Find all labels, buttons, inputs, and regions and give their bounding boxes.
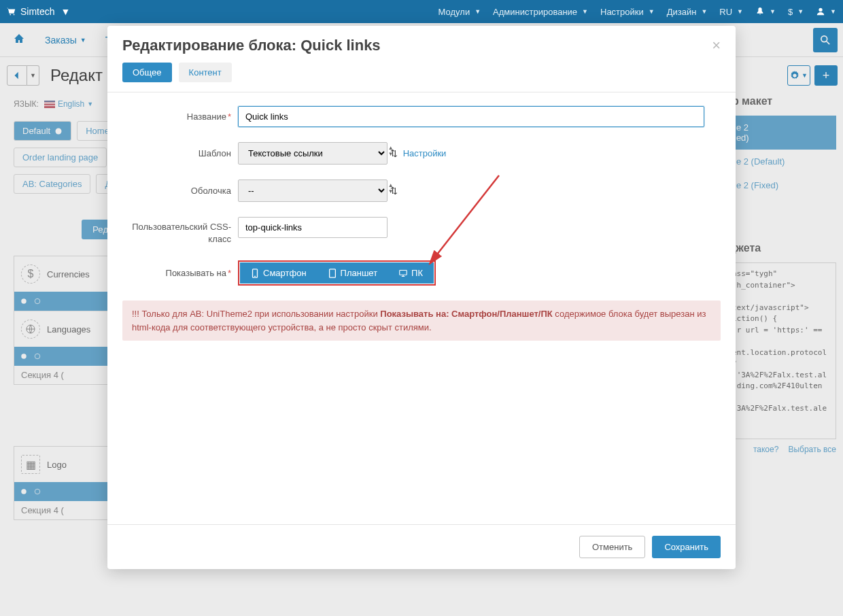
brand-name: Simtech	[20, 6, 55, 17]
annotation-arrow	[424, 172, 506, 274]
svg-line-16	[430, 175, 499, 264]
nav-admin[interactable]: Администрирование▼	[493, 7, 588, 17]
svg-rect-15	[400, 270, 407, 275]
name-label: Название*	[122, 112, 238, 122]
modal-close-button[interactable]: ×	[712, 37, 721, 54]
top-navbar: Simtech ▼ Модули▼ Администрирование▼ Нас…	[0, 0, 843, 23]
show-on-label: Показывать на*	[122, 268, 238, 278]
nav-user[interactable]: ▼	[816, 7, 836, 16]
desktop-icon	[399, 269, 407, 278]
cart-icon	[7, 7, 16, 16]
cancel-button[interactable]: Отменить	[579, 536, 645, 558]
svg-rect-14	[329, 269, 335, 277]
tab-content[interactable]: Контент	[179, 63, 232, 82]
css-label: Пользовательский CSS-класс	[122, 217, 238, 245]
device-tablet-button[interactable]: Планшет	[317, 262, 389, 284]
svg-point-1	[14, 14, 15, 16]
user-icon	[816, 7, 825, 16]
name-input[interactable]	[238, 106, 704, 127]
device-phone-button[interactable]: Смартфон	[240, 262, 317, 284]
nav-currency[interactable]: $▼	[788, 7, 804, 17]
svg-point-2	[819, 8, 822, 12]
phone-icon	[251, 269, 259, 278]
modal-title: Редактирование блока: Quick links	[122, 37, 381, 54]
svg-point-0	[10, 14, 11, 16]
css-class-input[interactable]	[238, 217, 388, 238]
template-label: Шаблон	[122, 148, 238, 158]
template-settings-link[interactable]: Настройки	[403, 148, 447, 158]
nav-notifications[interactable]: ▼	[755, 7, 776, 16]
warning-note: !!! Только для AB: UniTheme2 при использ…	[122, 301, 721, 341]
wrapper-select[interactable]: --	[238, 179, 388, 202]
wrapper-label: Оболочка	[122, 186, 238, 196]
template-select[interactable]: Текстовые ссылки	[238, 142, 388, 165]
tablet-icon	[328, 269, 337, 278]
device-button-group: Смартфон Планшет ПК	[238, 260, 436, 286]
tab-general[interactable]: Общее	[122, 63, 172, 82]
edit-block-modal: Редактирование блока: Quick links × Обще…	[107, 26, 736, 569]
brand[interactable]: Simtech ▼	[7, 6, 70, 17]
chevron-down-icon: ▼	[61, 6, 71, 17]
nav-settings[interactable]: Настройки▼	[600, 7, 655, 17]
nav-lang[interactable]: RU▼	[719, 7, 743, 17]
save-button[interactable]: Сохранить	[652, 536, 721, 558]
bell-icon	[755, 7, 765, 16]
nav-modules[interactable]: Модули▼	[438, 7, 481, 17]
nav-design[interactable]: Дизайн▼	[667, 7, 708, 17]
